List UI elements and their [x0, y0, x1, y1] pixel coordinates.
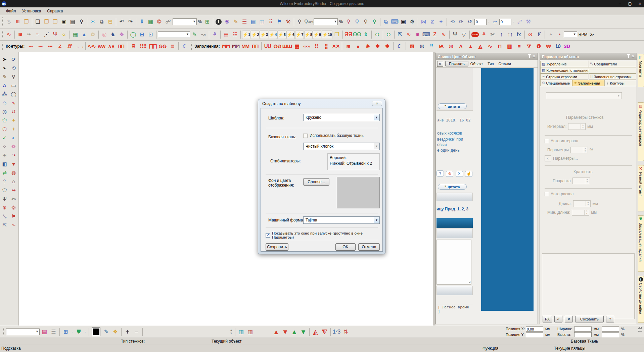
- fill-rays1-icon[interactable]: Ѩ: [436, 42, 446, 50]
- tshirt-icon[interactable]: ⛊: [75, 328, 83, 336]
- grid-select-icon[interactable]: ⊞: [0, 151, 9, 159]
- rotate-cw-icon[interactable]: ⟳: [457, 18, 465, 26]
- outline-wave-bold-icon[interactable]: ww: [97, 42, 106, 50]
- target-red-icon[interactable]: ⊕: [0, 204, 9, 211]
- hotkey-8-icon[interactable]: ⚡8: [304, 31, 313, 39]
- ruler-grid-icon[interactable]: ⊡: [146, 31, 155, 39]
- hexagon-red-icon[interactable]: ⬡: [0, 125, 9, 133]
- tab-компенсация-стягивания[interactable]: ▨Компенсация стягивания: [540, 67, 636, 73]
- arrow-path-icon[interactable]: ➣: [9, 221, 18, 229]
- fabric-combo[interactable]: ▼: [158, 31, 190, 38]
- fill-style-dropdown[interactable]: ▼: [546, 92, 622, 99]
- color-object-list[interactable]: ❞цитата янв 2018, 16:02 овых косяков вез…: [436, 68, 538, 324]
- rectangle-tool-icon[interactable]: ▭: [9, 82, 18, 89]
- export-machine-icon[interactable]: ☍: [164, 18, 172, 26]
- close-panel-icon[interactable]: ✕: [533, 54, 536, 59]
- select-arrow-icon[interactable]: ➤: [0, 55, 9, 63]
- arc-arrow-icon[interactable]: ↷: [9, 151, 18, 159]
- stitch-dots-icon[interactable]: ⠿: [267, 18, 275, 26]
- fill-stepfill-icon[interactable]: ⊓: [495, 42, 504, 50]
- help-button[interactable]: ?: [606, 316, 614, 322]
- pagination-text[interactable]: ицу Пред. 1, 2, 3: [436, 207, 468, 211]
- collapse-button[interactable]: «: [437, 61, 443, 67]
- half-square-icon[interactable]: ◧: [0, 160, 9, 168]
- fx-button[interactable]: FX: [543, 316, 552, 322]
- auto-interval-checkbox[interactable]: [545, 139, 549, 143]
- color-bar-icon[interactable]: ▤: [249, 18, 258, 26]
- outline-arrows-icon[interactable]: →→: [75, 42, 84, 50]
- menu-help[interactable]: Справка: [44, 8, 65, 14]
- fill-weave-icon[interactable]: Ж: [417, 42, 426, 50]
- eyedropper-icon[interactable]: ✎: [102, 328, 110, 336]
- toolbar-handle[interactable]: [3, 328, 4, 336]
- ban-icon[interactable]: ⊘: [446, 171, 453, 177]
- side-tab-свойства-дизайна[interactable]: ℹСвойства дизайна: [638, 276, 644, 323]
- tab-заполнения[interactable]: ✒Заполнения: [572, 80, 604, 86]
- baseline-pin-icon[interactable]: Ψ: [451, 31, 459, 39]
- design-info-icon[interactable]: ℹ: [216, 19, 222, 25]
- fill-satin-bold-icon[interactable]: ϺϺ: [231, 42, 240, 50]
- fill-wavefill-icon[interactable]: ∿: [485, 42, 495, 50]
- fill-zigzag-icon[interactable]: ΜΜ: [241, 42, 250, 50]
- pen-settings-icon[interactable]: ✎: [190, 31, 199, 39]
- speed-gauge-icon[interactable]: ◔: [546, 31, 555, 39]
- rpm-combo[interactable]: ▼: [564, 31, 577, 38]
- hotkey-9-icon[interactable]: ⚡9: [313, 31, 321, 39]
- check-tool-icon[interactable]: ✓: [0, 134, 9, 142]
- save-star-icon[interactable]: ▣: [399, 18, 408, 26]
- transform-tools-icon[interactable]: ⚒: [524, 18, 533, 26]
- fill-peak2-icon[interactable]: ▲: [466, 42, 475, 50]
- folder-yellow-icon[interactable]: ❐: [333, 31, 341, 39]
- fill-square-wave-icon[interactable]: ՍՍ: [263, 42, 272, 50]
- fill-pattern-grid-icon[interactable]: ▦: [292, 42, 302, 50]
- height-percent-input[interactable]: [602, 332, 619, 337]
- print-icon[interactable]: ▤: [68, 18, 77, 26]
- position-x-input[interactable]: [526, 326, 543, 332]
- insert-image-icon[interactable]: ▦: [146, 18, 155, 26]
- hotkey-1-icon[interactable]: ⚡1: [242, 31, 250, 39]
- params-spinner[interactable]: ▲▼: [570, 147, 588, 153]
- width-percent-input[interactable]: [602, 326, 619, 332]
- side-tab-мои-нити[interactable]: ◫Мои нити: [638, 54, 644, 87]
- fill-contour-icon[interactable]: ≋: [343, 42, 353, 50]
- thumb-up-icon[interactable]: ☝: [465, 171, 472, 177]
- skew-angle-input[interactable]: 0: [499, 19, 511, 25]
- tri-red-down-icon[interactable]: ▼: [281, 328, 289, 336]
- current-thread-combo[interactable]: ▼: [6, 329, 40, 335]
- menu-file[interactable]: Файл: [3, 8, 19, 14]
- zigzag-ma-icon[interactable]: ∿: [405, 31, 413, 39]
- width-mm-input[interactable]: [574, 326, 592, 332]
- reshape-arrow-icon[interactable]: ➢: [0, 64, 9, 72]
- stitch-angles-icon[interactable]: ⁂: [0, 90, 9, 98]
- color-wheel-icon[interactable]: ❂: [155, 18, 164, 26]
- tri-green-up-icon[interactable]: ▲: [290, 328, 298, 336]
- run-stitch-icon[interactable]: ∿: [5, 31, 13, 39]
- leaf-outline-icon[interactable]: ❧: [25, 31, 33, 39]
- beads-icon[interactable]: ❖: [118, 31, 126, 39]
- zoom-combo[interactable]: ▼: [314, 18, 338, 25]
- fill-crosshatch-icon[interactable]: ₩: [544, 42, 553, 50]
- corner-arrow-icon[interactable]: ⇱: [0, 221, 9, 229]
- open-recent-icon[interactable]: ❒: [51, 18, 59, 26]
- landscape-icon[interactable]: ▦: [71, 31, 80, 39]
- show-button[interactable]: Показать: [445, 61, 468, 66]
- sequence-b-icon[interactable]: ▥: [246, 328, 255, 336]
- diag-arrow-icon[interactable]: ⤡: [0, 212, 9, 220]
- auto-fabric-icon[interactable]: ⚘: [211, 31, 219, 39]
- fill-abstract1-icon[interactable]: ❋: [363, 42, 372, 50]
- zigzag-z-icon[interactable]: Z: [431, 31, 439, 39]
- panel-splitter[interactable]: [433, 52, 435, 325]
- zoom-fit-icon[interactable]: ⚲: [370, 18, 379, 26]
- swirl-pink-icon[interactable]: ❁: [9, 143, 18, 150]
- outline-wave-icon[interactable]: ∿∿: [87, 42, 96, 50]
- side-tab-визуализация-изделия[interactable]: ⛊Визуализация изделия: [638, 215, 644, 272]
- fx-icon[interactable]: fx: [515, 31, 523, 39]
- fill-fan-icon[interactable]: ⧩: [524, 42, 534, 50]
- measure-icon[interactable]: ⚲: [9, 73, 18, 81]
- overlap-window-icon[interactable]: ⧉: [382, 18, 390, 26]
- discard-button[interactable]: ✕: [565, 316, 573, 322]
- donut-icon[interactable]: ◎: [100, 31, 108, 39]
- fill-abstract3-icon[interactable]: ❃: [382, 42, 392, 50]
- letter-height-icon[interactable]: ⇕: [362, 31, 370, 39]
- outline-squiggle-icon[interactable]: ʬ: [129, 42, 138, 50]
